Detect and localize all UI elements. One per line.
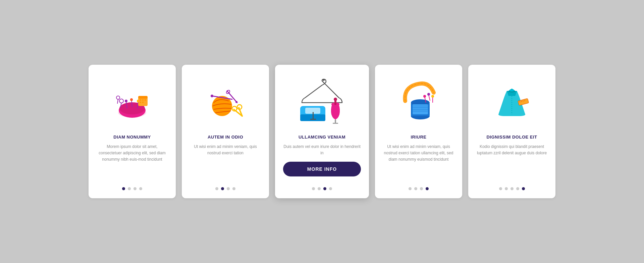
svg-point-6 bbox=[130, 98, 133, 101]
svg-point-12 bbox=[142, 99, 144, 101]
card-2-text: Ut wisi enim ad minim veniam, quis nostr… bbox=[190, 144, 261, 179]
card-1-text: Morem ipsum dolor sit amet, consectetuer… bbox=[97, 144, 168, 179]
dot bbox=[329, 187, 332, 190]
dot bbox=[516, 187, 519, 190]
card-1: DIAM NONUMMY Morem ipsum dolor sit amet,… bbox=[89, 65, 176, 198]
svg-rect-35 bbox=[310, 119, 316, 120]
dot bbox=[139, 187, 142, 190]
card-2-icon bbox=[190, 74, 261, 128]
card-4-dots bbox=[409, 187, 429, 190]
svg-point-15 bbox=[142, 102, 144, 103]
svg-point-16 bbox=[119, 99, 123, 103]
card-3-icon bbox=[283, 74, 361, 128]
card-1-dots bbox=[122, 187, 142, 190]
more-info-button[interactable]: MORE INFO bbox=[283, 162, 361, 176]
dot bbox=[420, 187, 423, 190]
card-4-icon bbox=[383, 74, 454, 128]
card-5-title: DIGNISSIM DOLOE EIT bbox=[486, 135, 537, 140]
card-4-title: IRIURE bbox=[411, 135, 426, 140]
dot bbox=[232, 187, 235, 190]
svg-rect-34 bbox=[313, 112, 314, 119]
card-3: ULLAMCING VENIAM Duis autem vel eum iriu… bbox=[275, 65, 369, 198]
svg-point-13 bbox=[145, 99, 146, 101]
svg-rect-10 bbox=[138, 96, 148, 99]
dot bbox=[221, 187, 224, 190]
dot bbox=[323, 187, 326, 190]
card-5: DIGNISSIM DOLOE EIT Kodio dignissim qui … bbox=[468, 65, 555, 198]
svg-point-14 bbox=[140, 102, 141, 103]
card-5-dots bbox=[499, 187, 525, 190]
svg-point-29 bbox=[211, 95, 213, 97]
dot bbox=[505, 187, 508, 190]
svg-point-18 bbox=[116, 96, 120, 99]
svg-point-4 bbox=[125, 100, 127, 102]
dot bbox=[414, 187, 417, 190]
card-5-icon bbox=[476, 74, 547, 128]
card-2: AUTEM IN ODIO Ut wisi enim ad minim veni… bbox=[182, 65, 269, 198]
svg-point-51 bbox=[423, 95, 426, 98]
dot bbox=[522, 187, 525, 190]
svg-point-23 bbox=[235, 101, 237, 103]
cards-container: DIAM NONUMMY Morem ipsum dolor sit amet,… bbox=[68, 51, 576, 212]
card-3-dots bbox=[312, 187, 332, 190]
dot bbox=[215, 187, 218, 190]
card-4-text: Ut wisi enim ad minim veniam, quis nostr… bbox=[383, 144, 454, 179]
dot bbox=[133, 187, 137, 190]
card-3-text: Duis autem vel eum iriure dolor in hendr… bbox=[283, 144, 361, 156]
dot bbox=[426, 187, 429, 190]
card-4: IRIURE Ut wisi enim ad minim veniam, qui… bbox=[375, 65, 462, 198]
dot bbox=[227, 187, 230, 190]
dot bbox=[122, 187, 125, 190]
dot bbox=[312, 187, 315, 190]
svg-point-55 bbox=[431, 95, 434, 98]
card-5-text: Kodio dignissim qui blandit praesent lup… bbox=[476, 144, 547, 179]
card-3-title: ULLAMCING VENIAM bbox=[299, 135, 345, 140]
card-2-title: AUTEM IN ODIO bbox=[208, 135, 243, 140]
dot bbox=[409, 187, 412, 190]
dot bbox=[128, 187, 131, 190]
card-2-dots bbox=[215, 187, 235, 190]
svg-line-19 bbox=[117, 99, 118, 104]
svg-point-53 bbox=[427, 93, 430, 96]
card-1-icon bbox=[97, 74, 168, 128]
svg-point-30 bbox=[323, 79, 325, 81]
dot bbox=[499, 187, 502, 190]
dot bbox=[318, 187, 321, 190]
svg-line-52 bbox=[429, 95, 430, 101]
dot bbox=[511, 187, 514, 190]
svg-rect-41 bbox=[333, 123, 338, 124]
svg-point-11 bbox=[140, 99, 141, 101]
svg-point-39 bbox=[334, 98, 337, 101]
card-1-title: DIAM NONUMMY bbox=[113, 135, 151, 140]
